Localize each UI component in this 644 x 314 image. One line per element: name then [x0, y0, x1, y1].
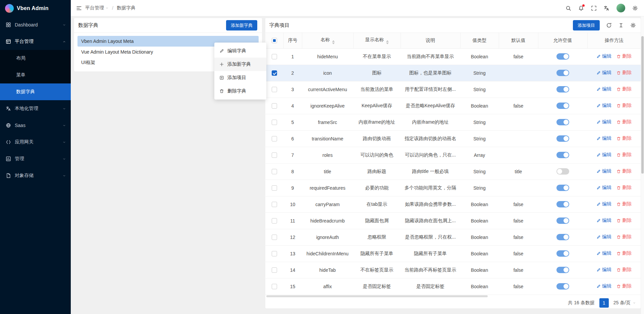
allow-null-toggle[interactable]: [556, 135, 569, 142]
sidebar-subitem[interactable]: 数据字典: [0, 83, 71, 100]
sidebar-subitem[interactable]: 布局: [0, 50, 71, 67]
row-checkbox[interactable]: [272, 120, 277, 125]
allow-null-toggle[interactable]: [556, 53, 569, 60]
row-checkbox[interactable]: [272, 284, 277, 289]
page-size-select[interactable]: 25 条/页: [613, 300, 636, 306]
edit-button[interactable]: 编辑: [596, 86, 611, 92]
allow-null-toggle[interactable]: [556, 185, 569, 191]
row-checkbox[interactable]: [272, 185, 277, 191]
allow-null-toggle[interactable]: [556, 217, 569, 224]
sort-icon[interactable]: [332, 40, 335, 44]
allow-null-toggle[interactable]: [556, 267, 569, 273]
allow-null-toggle[interactable]: [556, 70, 569, 76]
sidebar-item[interactable]: Dashboard: [0, 16, 71, 33]
delete-button[interactable]: 删除: [616, 86, 632, 92]
horizontal-scrollbar[interactable]: [266, 295, 640, 298]
cell-display-name: 路由标题: [353, 163, 400, 180]
sidebar-item[interactable]: 管理: [0, 150, 71, 167]
add-item-button[interactable]: 添加项目: [573, 20, 600, 30]
edit-button[interactable]: 编辑: [596, 217, 611, 224]
delete-button[interactable]: 删除: [616, 283, 632, 289]
delete-button[interactable]: 删除: [616, 250, 632, 256]
column-height-icon[interactable]: [618, 22, 624, 28]
row-checkbox[interactable]: [272, 54, 277, 59]
vertical-scrollbar-thumb[interactable]: [641, 36, 644, 174]
edit-button[interactable]: 编辑: [596, 185, 611, 191]
delete-button[interactable]: 删除: [616, 185, 632, 191]
select-all-checkbox[interactable]: [272, 38, 277, 43]
edit-button[interactable]: 编辑: [596, 103, 611, 109]
vertical-scrollbar[interactable]: [641, 16, 644, 314]
allow-null-toggle[interactable]: [556, 103, 569, 109]
settings-icon[interactable]: [632, 5, 638, 11]
allow-null-toggle[interactable]: [556, 152, 569, 158]
delete-button[interactable]: 删除: [616, 267, 632, 273]
breadcrumb-root[interactable]: 平台管理: [85, 5, 109, 11]
delete-button[interactable]: 删除: [616, 135, 632, 141]
avatar[interactable]: [616, 4, 625, 12]
delete-button[interactable]: 删除: [616, 119, 632, 125]
edit-button[interactable]: 编辑: [596, 119, 611, 125]
delete-button[interactable]: 删除: [616, 152, 632, 158]
delete-button[interactable]: 删除: [616, 234, 632, 240]
row-checkbox[interactable]: [272, 235, 277, 240]
context-menu-item[interactable]: 添加新字典: [214, 58, 266, 71]
column-header[interactable]: 名称: [302, 33, 353, 48]
row-checkbox[interactable]: [272, 169, 277, 174]
row-checkbox[interactable]: [272, 87, 277, 92]
sort-icon[interactable]: [386, 40, 389, 44]
allow-null-toggle[interactable]: [556, 201, 569, 207]
delete-button[interactable]: 删除: [616, 103, 632, 109]
pagination-page-1[interactable]: 1: [599, 298, 609, 308]
edit-button[interactable]: 编辑: [596, 201, 611, 207]
row-checkbox[interactable]: [272, 103, 277, 109]
row-checkbox[interactable]: [272, 136, 277, 141]
allow-null-toggle[interactable]: [556, 119, 569, 125]
row-checkbox[interactable]: [272, 70, 277, 76]
allow-null-toggle[interactable]: [556, 234, 569, 240]
search-icon[interactable]: [566, 5, 571, 11]
allow-null-toggle[interactable]: [556, 86, 569, 92]
allow-null-toggle[interactable]: [556, 250, 569, 257]
delete-button[interactable]: 删除: [616, 168, 632, 174]
delete-button[interactable]: 删除: [616, 53, 632, 59]
context-menu-item[interactable]: 添加项目: [214, 71, 266, 84]
sidebar-subitem[interactable]: 菜单: [0, 67, 71, 83]
delete-button[interactable]: 删除: [616, 70, 632, 76]
edit-button[interactable]: 编辑: [596, 53, 611, 59]
sidebar-item[interactable]: 本地化管理: [0, 100, 71, 117]
row-checkbox[interactable]: [272, 152, 277, 158]
column-header[interactable]: 显示名称: [353, 33, 400, 48]
edit-button[interactable]: 编辑: [596, 250, 611, 256]
horizontal-scrollbar-thumb[interactable]: [266, 295, 488, 297]
edit-button[interactable]: 编辑: [596, 168, 611, 174]
context-menu-item[interactable]: 编辑字典: [214, 44, 266, 58]
edit-button[interactable]: 编辑: [596, 152, 611, 158]
sidebar-item[interactable]: 平台管理: [0, 33, 71, 50]
allow-null-toggle[interactable]: [556, 168, 569, 175]
edit-button[interactable]: 编辑: [596, 135, 611, 141]
context-menu-item[interactable]: 删除字典: [214, 84, 266, 98]
translate-icon[interactable]: [604, 5, 609, 11]
refresh-icon[interactable]: [606, 22, 612, 28]
edit-button[interactable]: 编辑: [596, 283, 611, 289]
delete-button[interactable]: 删除: [616, 217, 632, 224]
allow-null-toggle[interactable]: [556, 283, 569, 290]
row-checkbox[interactable]: [272, 218, 277, 224]
add-dict-button[interactable]: 添加新字典: [226, 20, 257, 30]
row-checkbox[interactable]: [272, 267, 277, 273]
fullscreen-icon[interactable]: [591, 5, 597, 11]
row-checkbox[interactable]: [272, 202, 277, 207]
table-settings-icon[interactable]: [630, 22, 636, 28]
edit-button[interactable]: 编辑: [596, 70, 611, 76]
edit-button[interactable]: 编辑: [596, 234, 611, 240]
logo[interactable]: Vben Admin: [0, 0, 71, 16]
notification-icon[interactable]: [578, 5, 584, 11]
edit-button[interactable]: 编辑: [596, 267, 611, 273]
sidebar-item[interactable]: 应用网关: [0, 134, 71, 150]
row-checkbox[interactable]: [272, 251, 277, 256]
sidebar-item[interactable]: 对象存储: [0, 167, 71, 184]
menu-fold-icon[interactable]: [76, 5, 82, 11]
sidebar-item[interactable]: Saas: [0, 117, 71, 134]
delete-button[interactable]: 删除: [616, 201, 632, 207]
